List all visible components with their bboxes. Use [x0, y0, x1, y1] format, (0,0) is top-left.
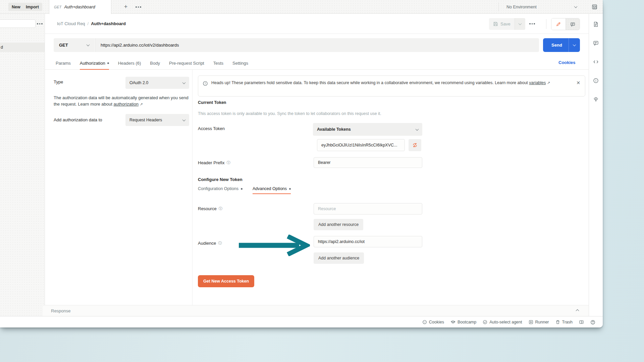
configured-dot: [289, 188, 291, 190]
status-bar: Cookies Bootcamp Auto-select agent Runne…: [0, 316, 603, 327]
pull-request-lightbulb-icon[interactable]: [593, 97, 599, 102]
auto-select-agent-button[interactable]: Auto-select agent: [483, 320, 522, 324]
url-input[interactable]: [95, 38, 539, 52]
new-button[interactable]: New: [8, 3, 24, 11]
split-panel-icon: [579, 320, 584, 324]
request-header-row: IoT Cloud Req / Auth+dashboard Save: [45, 14, 589, 34]
sensitive-data-banner: Heads up! These parameters hold sensitiv…: [198, 75, 585, 97]
save-button-label: Save: [500, 21, 511, 26]
current-token-heading: Current Token: [198, 100, 226, 105]
info-icon: ⓘ: [226, 160, 230, 165]
header-prefix-input[interactable]: [314, 157, 422, 168]
method-selector[interactable]: GET: [54, 38, 95, 52]
comments-button[interactable]: [566, 18, 580, 30]
documentation-icon[interactable]: [593, 21, 599, 27]
divider: [498, 2, 499, 11]
annotation-arrow-icon: [238, 235, 310, 256]
edit-mode-button[interactable]: [551, 18, 566, 30]
chevron-up-icon: [576, 309, 579, 312]
auth-details-panel: Heads up! These parameters hold sensitiv…: [193, 70, 589, 305]
revoke-token-button[interactable]: [409, 139, 421, 151]
resource-label: Resource ⓘ: [198, 206, 222, 211]
method-label: GET: [59, 43, 68, 48]
auth-configured-dot: [107, 62, 109, 64]
send-options-button[interactable]: [569, 38, 580, 52]
environment-selector[interactable]: No Environment: [503, 0, 580, 14]
get-new-access-token-button[interactable]: Get New Access Token: [198, 275, 254, 287]
send-button[interactable]: Send: [543, 38, 580, 52]
breadcrumb-collection[interactable]: IoT Cloud Req: [57, 21, 85, 26]
environment-quick-look-icon[interactable]: [592, 4, 597, 10]
request-more-actions-icon[interactable]: [529, 23, 535, 24]
access-token-label: Access Token: [198, 126, 225, 131]
breadcrumb-separator: /: [88, 21, 89, 26]
send-button-label: Send: [543, 43, 569, 48]
graduation-cap-icon: [450, 320, 455, 324]
import-button[interactable]: Import: [22, 3, 42, 11]
tab-tests[interactable]: Tests: [213, 57, 223, 69]
tab-authorization[interactable]: Authorization: [80, 57, 109, 69]
new-tab-button[interactable]: +: [121, 2, 130, 11]
available-tokens-value: Available Tokens: [317, 127, 351, 132]
check-circle-icon: [483, 320, 487, 324]
help-button[interactable]: [590, 320, 595, 325]
tab-pre-request-script[interactable]: Pre-request Script: [169, 57, 204, 69]
auth-type-panel: Type OAuth 2.0 The authorization data wi…: [45, 70, 193, 305]
header-prefix-label: Header Prefix ⓘ: [198, 160, 230, 165]
chevron-down-icon: [574, 5, 578, 8]
audience-label: Audience ⓘ: [198, 241, 222, 246]
tab-configuration-options[interactable]: Configuration Options: [198, 186, 243, 194]
help-icon: [590, 320, 595, 325]
tab-body[interactable]: Body: [150, 57, 160, 69]
sidebar-item-selected[interactable]: d: [0, 43, 45, 52]
sidebar-item-label: d: [1, 45, 3, 50]
response-section-header[interactable]: Response: [43, 305, 589, 316]
configure-new-token-heading: Configure New Token: [198, 177, 243, 182]
variables-link[interactable]: variables: [529, 80, 546, 85]
resource-input[interactable]: [314, 203, 422, 215]
comments-rail-icon[interactable]: [593, 40, 599, 46]
audience-input[interactable]: [314, 236, 422, 247]
breadcrumb-request-name[interactable]: Auth+dashboard: [91, 21, 126, 26]
save-button[interactable]: Save: [489, 18, 515, 30]
chevron-down-icon: [87, 43, 90, 46]
chevron-down-icon: [416, 127, 419, 131]
cookies-link[interactable]: Cookies: [558, 60, 576, 65]
bootcamp-status-button[interactable]: Bootcamp: [450, 320, 476, 324]
auth-type-value: OAuth 2.0: [129, 80, 148, 85]
cookie-icon: [422, 320, 427, 324]
code-snippet-icon[interactable]: [593, 59, 599, 65]
authorization-link[interactable]: authorization: [114, 102, 139, 107]
trash-status-button[interactable]: Trash: [555, 320, 573, 324]
runner-status-button[interactable]: Runner: [529, 320, 549, 324]
configured-dot: [241, 188, 243, 190]
two-pane-view-button[interactable]: [579, 320, 584, 324]
add-resource-button[interactable]: Add another resource: [314, 219, 363, 230]
request-tab-title: Auth+dashboard: [64, 5, 95, 9]
chevron-down-icon: [182, 118, 186, 121]
tab-headers[interactable]: Headers (6): [118, 57, 141, 69]
cookies-status-button[interactable]: Cookies: [422, 320, 444, 324]
access-token-input[interactable]: [317, 139, 405, 151]
trash-icon: [555, 320, 560, 324]
tab-settings[interactable]: Settings: [232, 57, 248, 69]
add-auth-data-select[interactable]: Request Headers: [125, 114, 189, 126]
available-tokens-select[interactable]: Available Tokens: [313, 123, 422, 136]
warning-icon: [203, 81, 208, 87]
sidebar-more-icon[interactable]: [37, 23, 43, 24]
auth-type-select[interactable]: OAuth 2.0: [125, 77, 189, 89]
close-icon[interactable]: ✕: [576, 80, 580, 85]
external-link-icon: ↗: [547, 81, 550, 85]
tab-options-icon[interactable]: [136, 6, 141, 8]
chevron-down-icon: [182, 81, 186, 84]
tab-params[interactable]: Params: [56, 57, 71, 69]
add-audience-button[interactable]: Add another audience: [314, 252, 364, 264]
tab-advanced-options[interactable]: Advanced Options: [253, 186, 291, 194]
sidebar-search-input[interactable]: [0, 19, 36, 28]
sync-disabled-icon: [412, 142, 418, 148]
info-rail-icon[interactable]: [593, 78, 599, 83]
comment-icon: [570, 22, 575, 27]
save-options-button[interactable]: [515, 18, 525, 30]
request-tab[interactable]: GET Auth+dashboard: [49, 0, 111, 14]
auth-generated-note: The authorization data will be automatic…: [54, 95, 189, 107]
